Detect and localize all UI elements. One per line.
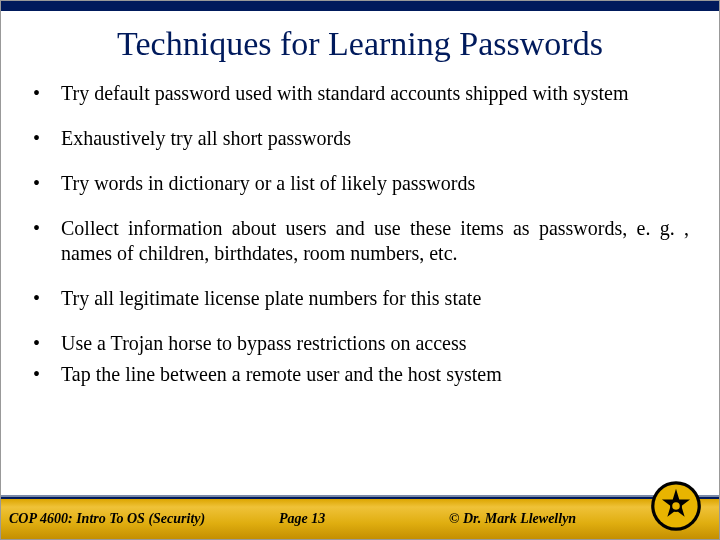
slide-content: Try default password used with standard … <box>1 81 719 387</box>
top-accent-bar <box>1 1 719 11</box>
bullet-item: Try words in dictionary or a list of lik… <box>31 171 689 196</box>
bullet-item: Try default password used with standard … <box>31 81 689 106</box>
slide: Techniques for Learning Passwords Try de… <box>0 0 720 540</box>
ucf-logo-icon <box>649 479 703 533</box>
svg-point-3 <box>672 502 680 510</box>
bullet-item: Exhaustively try all short passwords <box>31 126 689 151</box>
bullet-item: Tap the line between a remote user and t… <box>31 362 689 387</box>
footer-page: Page 13 <box>279 511 449 527</box>
footer-copyright: © Dr. Mark Llewellyn <box>449 511 576 527</box>
bullet-item: Use a Trojan horse to bypass restriction… <box>31 331 689 356</box>
slide-title: Techniques for Learning Passwords <box>1 25 719 63</box>
bullet-item: Collect information about users and use … <box>31 216 689 266</box>
slide-footer: COP 4600: Intro To OS (Security) Page 13… <box>1 497 719 539</box>
bullet-item: Try all legitimate license plate numbers… <box>31 286 689 311</box>
bullet-list: Try default password used with standard … <box>31 81 689 387</box>
footer-course: COP 4600: Intro To OS (Security) <box>9 511 279 527</box>
